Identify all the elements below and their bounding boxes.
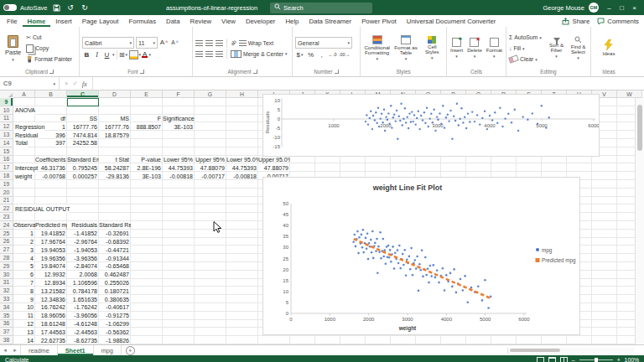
autosum-button[interactable]: ΣAutoSum▾ <box>509 33 544 43</box>
close-button[interactable]: × <box>628 4 641 12</box>
row-header-31[interactable]: 31 <box>0 279 13 287</box>
column-header-D[interactable]: D <box>99 90 131 98</box>
row-header-19[interactable]: 19 <box>0 180 13 189</box>
format-painter-button[interactable]: Format Painter <box>26 54 72 65</box>
row-header-25[interactable]: 25 <box>0 230 13 238</box>
ribbon-tab-power-pivot[interactable]: Power Pivot <box>356 15 402 27</box>
cell-A32[interactable]: 8 <box>13 287 35 295</box>
ribbon-tab-review[interactable]: Review <box>185 15 217 27</box>
column-header-A[interactable]: A <box>13 90 35 98</box>
cell-H17[interactable]: 44.75393 <box>226 163 258 172</box>
spreadsheet-grid[interactable]: ABCDEFGHIJKLMNOPQRSTUVW91011121314151617… <box>0 90 644 344</box>
ribbon-tab-page-layout[interactable]: Page Layout <box>77 15 124 27</box>
cell-C27[interactable]: -1.94053 <box>67 246 99 254</box>
cell-A30[interactable]: 6 <box>13 271 35 279</box>
column-header-E[interactable]: E <box>131 90 163 98</box>
grow-font-button[interactable]: A˄ <box>159 37 169 47</box>
increase-decimal-button[interactable]: ←.0 <box>328 49 337 59</box>
row-header-38[interactable]: 38 <box>0 336 13 344</box>
cell-C28[interactable]: -3.96356 <box>67 254 99 262</box>
cell-B34[interactable]: 16.76242 <box>35 303 67 312</box>
cell-B16[interactable]: Coefficients <box>35 156 67 164</box>
comma-button[interactable]: , <box>317 49 326 59</box>
ribbon-tab-data[interactable]: Data <box>161 15 184 27</box>
cell-C12[interactable]: 16777.76 <box>67 122 99 131</box>
cell-D37[interactable]: -0.56362 <box>99 328 131 336</box>
cell-C16[interactable]: Standard Error <box>67 156 99 164</box>
horizontal-scroll-thumb[interactable] <box>510 349 560 352</box>
vertical-scrollbar[interactable] <box>635 98 644 344</box>
row-header-32[interactable]: 32 <box>0 287 13 295</box>
copy-button[interactable]: Copy <box>26 44 72 54</box>
column-header-C[interactable]: C <box>67 90 99 98</box>
cell-D36[interactable]: -1.06299 <box>99 320 131 328</box>
cell-D17[interactable]: 58.24287 <box>99 163 131 172</box>
underline-button[interactable]: U <box>102 49 112 59</box>
cell-B29[interactable]: 19.84074 <box>35 262 67 271</box>
shrink-font-button[interactable]: A˅ <box>170 37 179 47</box>
zoom-out-button[interactable]: – <box>572 357 575 362</box>
zoom-in-button[interactable]: + <box>617 357 621 362</box>
cell-A25[interactable]: 1 <box>13 230 35 238</box>
column-header-B[interactable]: B <box>35 90 67 98</box>
cell-B14[interactable]: 397 <box>35 139 67 147</box>
cell-D38[interactable]: -1.98826 <box>99 336 131 344</box>
cell-A31[interactable]: 7 <box>13 279 35 287</box>
cell-B37[interactable]: 17.44563 <box>35 328 67 336</box>
row-header-18[interactable]: 18 <box>0 172 13 180</box>
align-bottom-icon[interactable] <box>216 40 223 46</box>
zoom-slider[interactable] <box>579 359 613 361</box>
cell-B27[interactable]: 19.94053 <box>35 246 67 254</box>
cell-A26[interactable]: 2 <box>13 238 35 246</box>
cell-D13[interactable]: 18.87579 <box>99 131 131 139</box>
cell-D33[interactable]: 0.380635 <box>99 295 131 303</box>
row-header-14[interactable]: 14 <box>0 139 13 147</box>
cell-A18[interactable]: weight <box>13 172 32 180</box>
sheet-tab-sheet1[interactable]: Sheet1 <box>58 345 94 355</box>
row-header-29[interactable]: 29 <box>0 262 13 271</box>
normal-view-icon[interactable] <box>537 357 544 362</box>
cell-B28[interactable]: 19.96356 <box>35 254 67 262</box>
ribbon-tab-data-streamer[interactable]: Data Streamer <box>304 15 356 27</box>
cell-A38[interactable]: 14 <box>13 336 35 344</box>
column-header-G[interactable]: G <box>195 90 226 98</box>
insert-function-icon[interactable]: fx <box>82 80 87 88</box>
cell-D27[interactable]: -0.44721 <box>99 246 131 254</box>
alignment-dialog-launcher[interactable] <box>253 70 257 74</box>
cell-D35[interactable]: -0.91275 <box>99 312 131 320</box>
cell-B31[interactable]: 12.8934 <box>35 279 67 287</box>
row-header-22[interactable]: 22 <box>0 204 13 213</box>
cell-H16[interactable]: Lower 95.0% <box>226 156 258 164</box>
cell-A14[interactable]: Total <box>13 139 28 147</box>
row-header-15[interactable]: 15 <box>0 147 13 156</box>
cell-C37[interactable]: -2.44563 <box>67 328 99 336</box>
conditional-formatting-button[interactable]: Conditional Formatting ▾ <box>364 28 391 68</box>
row-header-30[interactable]: 30 <box>0 271 13 279</box>
ribbon-tab-universal-document-converter[interactable]: Universal Document Converter <box>402 15 501 27</box>
orientation-button[interactable]: ab <box>230 39 237 47</box>
row-header-10[interactable]: 10 <box>0 106 13 115</box>
clear-button[interactable]: Clear▾ <box>509 54 544 65</box>
cell-D25[interactable]: -0.32691 <box>99 230 131 238</box>
align-left-icon[interactable] <box>195 51 203 57</box>
column-header-F[interactable]: F <box>163 90 195 98</box>
column-header-W[interactable]: W <box>617 90 642 98</box>
row-header-36[interactable]: 36 <box>0 320 13 328</box>
cell-F16[interactable]: Lower 95% <box>163 156 195 164</box>
row-header-21[interactable]: 21 <box>0 197 13 205</box>
save-icon[interactable] <box>51 3 62 13</box>
cell-D12[interactable]: 16777.76 <box>99 122 131 131</box>
clipboard-dialog-launcher[interactable] <box>49 70 54 74</box>
cell-E12[interactable]: 888.8507 <box>131 122 163 131</box>
cell-C34[interactable]: -1.76242 <box>67 303 99 312</box>
minimize-button[interactable]: – <box>603 4 615 12</box>
name-box-caret-icon[interactable]: ▾ <box>53 81 55 86</box>
cell-F18[interactable]: -0.00818 <box>163 172 195 180</box>
merge-center-button[interactable]: Merge & Center▾ <box>231 49 288 59</box>
find-select-button[interactable]: Find & Select▾ <box>569 28 588 68</box>
cell-F17[interactable]: 44.75393 <box>163 163 195 172</box>
cell-A36[interactable]: 12 <box>13 320 35 328</box>
cell-D28[interactable]: -0.91344 <box>99 254 131 262</box>
cell-A37[interactable]: 13 <box>13 328 35 336</box>
cell-B12[interactable]: 1 <box>35 122 67 131</box>
